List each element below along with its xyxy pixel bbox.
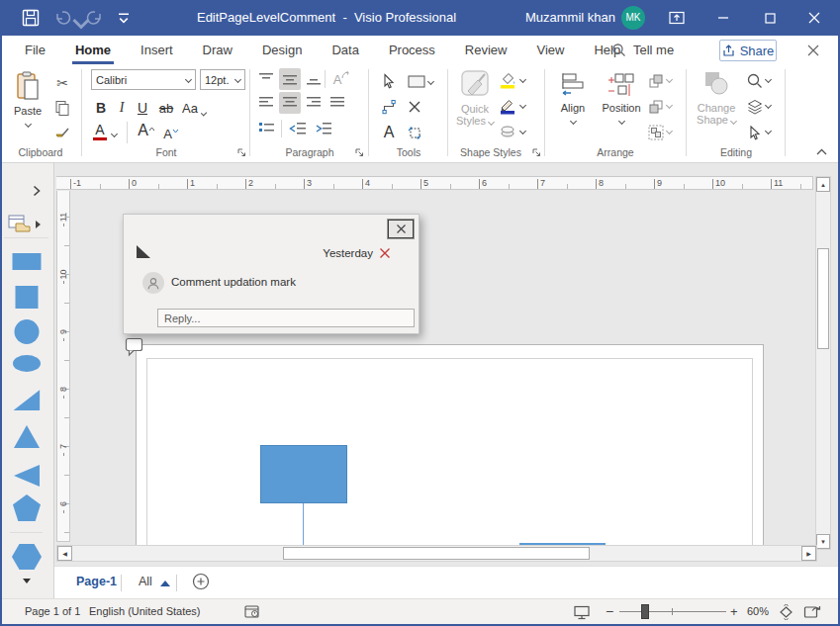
- align-middle-button[interactable]: [279, 68, 301, 90]
- fill-dropdown-icon[interactable]: [519, 76, 526, 83]
- tab-home[interactable]: Home: [60, 36, 126, 64]
- tab-view[interactable]: View: [521, 36, 579, 64]
- save-icon[interactable]: [21, 8, 41, 28]
- copy-button[interactable]: [51, 97, 73, 119]
- connection-point-tool-button[interactable]: [404, 96, 425, 118]
- collapse-ribbon-icon[interactable]: [815, 147, 828, 156]
- change-case-button[interactable]: Aa: [182, 96, 206, 118]
- shrink-font-button[interactable]: A: [160, 122, 182, 143]
- font-color-dropdown-icon[interactable]: [111, 131, 118, 137]
- layers-button[interactable]: [744, 96, 766, 118]
- tab-draw[interactable]: Draw: [188, 36, 247, 64]
- stencil-shape-triangle[interactable]: [14, 425, 40, 448]
- scroll-down-button[interactable]: ▼: [816, 534, 830, 549]
- horizontal-scroll-thumb[interactable]: [283, 547, 590, 560]
- quick-access-customize-icon[interactable]: [114, 8, 134, 28]
- tell-me-box[interactable]: Tell me: [611, 36, 674, 64]
- page-tab-page1[interactable]: Page-1: [76, 575, 117, 588]
- canvas-rectangle-shape[interactable]: [260, 445, 347, 503]
- effects-dropdown-icon[interactable]: [519, 128, 526, 134]
- bullets-button[interactable]: [255, 118, 277, 139]
- stencil-shape-ellipse[interactable]: [13, 355, 41, 372]
- vertical-scroll-thumb[interactable]: [817, 248, 829, 349]
- more-shapes-icon[interactable]: [23, 579, 31, 583]
- switch-windows-icon[interactable]: [803, 604, 821, 619]
- find-button[interactable]: [744, 70, 766, 92]
- justify-button[interactable]: [327, 92, 348, 114]
- select-button[interactable]: [744, 122, 766, 143]
- fit-page-to-window-icon[interactable]: [778, 604, 794, 620]
- position-button[interactable]: Position: [598, 67, 645, 146]
- italic-button[interactable]: I: [113, 96, 131, 118]
- font-size-combo[interactable]: 12pt.: [200, 69, 245, 90]
- maximize-button[interactable]: [749, 0, 791, 36]
- comment-indicator-icon[interactable]: [125, 337, 144, 357]
- stencil-shape-square[interactable]: [16, 286, 39, 309]
- decrease-indent-button[interactable]: [287, 118, 309, 139]
- text-block-tool-button[interactable]: [404, 122, 425, 143]
- align-right-button[interactable]: [303, 92, 325, 114]
- rectangle-tool-button[interactable]: [404, 70, 437, 92]
- zoom-in-button[interactable]: +: [730, 604, 738, 619]
- stencil-shape-right-triangle[interactable]: [14, 390, 41, 410]
- font-family-combo[interactable]: Calibri: [91, 69, 196, 90]
- tab-process[interactable]: Process: [374, 36, 450, 64]
- send-backward-dropdown-icon[interactable]: [666, 102, 673, 109]
- text-direction-button[interactable]: A: [330, 68, 352, 90]
- expand-shapes-panel-icon[interactable]: [31, 185, 43, 197]
- select-dropdown-icon[interactable]: [765, 128, 772, 134]
- align-left-button[interactable]: [255, 92, 277, 114]
- stencil-shape-circle[interactable]: [15, 319, 40, 344]
- group-shapes-button[interactable]: [645, 122, 667, 143]
- tab-review[interactable]: Review: [450, 36, 522, 64]
- underline-button[interactable]: U: [133, 96, 152, 118]
- vertical-scrollbar[interactable]: ▲ ▼: [815, 176, 831, 550]
- tab-file[interactable]: File: [10, 36, 60, 64]
- paragraph-dialog-launcher-icon[interactable]: [354, 147, 365, 158]
- stencil-shape-pentagon[interactable]: [13, 494, 41, 521]
- strikethrough-button[interactable]: ab: [154, 96, 178, 118]
- bold-button[interactable]: B: [91, 96, 111, 118]
- share-button[interactable]: Share: [719, 40, 777, 61]
- tab-design[interactable]: Design: [247, 36, 317, 64]
- bring-forward-dropdown-icon[interactable]: [666, 76, 673, 83]
- increase-indent-button[interactable]: [313, 118, 334, 139]
- fill-button[interactable]: [497, 69, 518, 91]
- layers-dropdown-icon[interactable]: [765, 102, 772, 109]
- line-button[interactable]: [497, 95, 518, 117]
- zoom-slider-track[interactable]: [619, 611, 726, 612]
- pointer-tool-button[interactable]: [378, 70, 400, 92]
- align-center-button[interactable]: [279, 92, 301, 114]
- ribbon-close-icon[interactable]: [805, 43, 821, 58]
- user-avatar[interactable]: MK: [621, 6, 645, 30]
- undo-icon[interactable]: [52, 8, 72, 28]
- zoom-slider-thumb[interactable]: [641, 604, 649, 619]
- text-tool-button[interactable]: A: [378, 122, 400, 143]
- comment-popup-close-button[interactable]: [388, 220, 414, 238]
- minimize-button[interactable]: [702, 0, 744, 36]
- canvas-connector[interactable]: [303, 503, 304, 545]
- align-button[interactable]: Align: [550, 67, 596, 146]
- effects-button[interactable]: [497, 121, 518, 142]
- stencil-shape-left-triangle[interactable]: [14, 465, 40, 487]
- align-bottom-button[interactable]: [303, 68, 325, 90]
- quick-styles-button[interactable]: Quick Styles: [453, 67, 497, 146]
- redo-icon[interactable]: [85, 8, 105, 28]
- horizontal-scrollbar[interactable]: ◀ ▶: [56, 545, 817, 562]
- zoom-out-button[interactable]: −: [606, 603, 613, 619]
- scroll-right-button[interactable]: ▶: [801, 546, 816, 561]
- grow-font-button[interactable]: A: [135, 120, 158, 141]
- scroll-up-button[interactable]: ▲: [816, 177, 830, 192]
- group-shapes-dropdown-icon[interactable]: [666, 128, 673, 134]
- font-color-button[interactable]: A: [91, 122, 109, 143]
- ribbon-display-options-icon[interactable]: [668, 9, 686, 27]
- zoom-level[interactable]: 60%: [747, 605, 769, 617]
- stencil-shape-hexagon[interactable]: [12, 544, 42, 570]
- delete-comment-icon[interactable]: [379, 247, 391, 259]
- font-dialog-launcher-icon[interactable]: [236, 147, 247, 158]
- shape-styles-dialog-launcher-icon[interactable]: [531, 147, 542, 158]
- user-name[interactable]: Muzammil khan: [524, 0, 615, 36]
- macro-record-icon[interactable]: [244, 605, 260, 618]
- tab-insert[interactable]: Insert: [126, 36, 188, 64]
- format-painter-button[interactable]: [51, 122, 73, 143]
